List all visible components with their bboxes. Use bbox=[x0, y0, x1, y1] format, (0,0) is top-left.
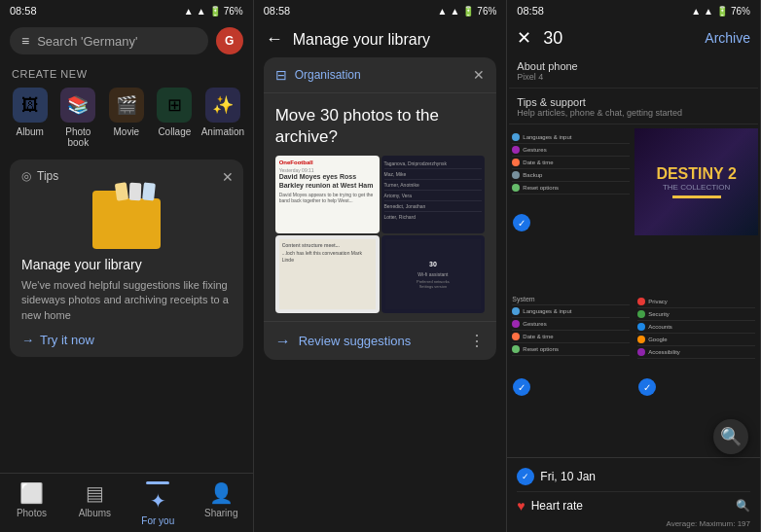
meeting-thumb-title: Content structure meet... bbox=[282, 242, 373, 248]
modal-close-button[interactable]: ✕ bbox=[473, 67, 485, 83]
about-phone-sub: Pixel 4 bbox=[517, 72, 750, 82]
nav-photos[interactable]: ⬜ Photos bbox=[0, 474, 63, 532]
mini-row-4: Backup bbox=[512, 169, 630, 182]
close-button-3[interactable]: ✕ bbox=[517, 27, 531, 49]
search-bar[interactable]: ≡ Search 'Germany' bbox=[10, 27, 208, 54]
mini-row-p5: Accessibility bbox=[637, 346, 755, 359]
create-album[interactable]: 🖼 Album bbox=[9, 88, 52, 148]
collage-label: Collage bbox=[158, 126, 191, 137]
search-icon-3[interactable]: 🔍 bbox=[736, 499, 750, 513]
status-icons-2: ▲ ▲ 🔋 76% bbox=[438, 6, 497, 17]
mini-row-p1: Privacy bbox=[637, 296, 755, 308]
archive-button[interactable]: Archive bbox=[705, 30, 750, 46]
nav-for-you[interactable]: ✦ For you bbox=[127, 474, 190, 532]
fab-icon: 🔍 bbox=[720, 426, 742, 447]
nav-albums[interactable]: ▤ Albums bbox=[63, 474, 127, 532]
battery-pct-2: 76% bbox=[477, 6, 496, 17]
create-movie[interactable]: 🎬 Movie bbox=[105, 88, 148, 148]
photo-thumb-settings: Taganova, Dniprodzerzhynsk Maz, Mike Tur… bbox=[381, 156, 486, 233]
news-logo: OneFootball bbox=[279, 160, 376, 165]
photos-nav-icon: ⬜ bbox=[19, 481, 44, 505]
archive-thumb-1[interactable]: Languages & input Gestures Date & time B… bbox=[509, 128, 633, 235]
tips-title: Tips bbox=[37, 169, 58, 183]
albums-nav-label: Albums bbox=[79, 508, 111, 518]
archive-thumb-destiny[interactable]: DESTINY 2 THE COLLECTION bbox=[634, 128, 758, 235]
topbar-1: ≡ Search 'Germany' G bbox=[0, 21, 253, 60]
create-photobook[interactable]: 📚 Photo book bbox=[56, 88, 99, 148]
tips-card-body: We've moved helpful suggestions like fix… bbox=[21, 278, 232, 323]
destiny-bar bbox=[672, 195, 721, 198]
mini-row-p4: Google bbox=[637, 334, 755, 346]
archive-thumb-4[interactable]: Privacy Security Accounts Google Accessi… bbox=[634, 293, 758, 400]
for-you-nav-icon: ✦ bbox=[150, 489, 166, 513]
photos-nav-label: Photos bbox=[17, 508, 47, 518]
search-input-label[interactable]: Search 'Germany' bbox=[37, 34, 197, 49]
tips-support-item[interactable]: Tips & support Help articles, phone & ch… bbox=[509, 90, 758, 124]
create-new-row: 🖼 Album 📚 Photo book 🎬 Movie ⊞ Collage ✨… bbox=[0, 84, 253, 152]
panel-google-photos: 08:58 ▲ ▲ 🔋 76% ≡ Search 'Germany' G CRE… bbox=[0, 0, 254, 532]
tips-support-title: Tips & support bbox=[517, 96, 750, 108]
status-time-2: 08:58 bbox=[264, 5, 291, 17]
album-icon: 🖼 bbox=[13, 88, 48, 123]
about-phone-item[interactable]: About phone Pixel 4 bbox=[509, 54, 758, 89]
create-collage[interactable]: ⊞ Collage bbox=[153, 88, 196, 148]
avatar[interactable]: G bbox=[216, 27, 243, 54]
suggestion-label: Review suggestions bbox=[299, 334, 462, 348]
try-it-button[interactable]: → Try it now bbox=[21, 333, 232, 347]
status-icons-3: ▲ ▲ 🔋 76% bbox=[691, 6, 750, 17]
collage-icon: ⊞ bbox=[157, 88, 192, 123]
destiny-title: DESTINY 2 bbox=[656, 165, 736, 183]
animation-icon: ✨ bbox=[205, 88, 240, 123]
archive-grid: Languages & input Gestures Date & time B… bbox=[507, 126, 760, 457]
tips-location-icon: ◎ bbox=[21, 169, 31, 183]
suggestion-arrow-icon: → bbox=[275, 333, 291, 350]
tips-close-button[interactable]: ✕ bbox=[222, 169, 234, 185]
movie-icon: 🎬 bbox=[109, 88, 144, 123]
about-phone-title: About phone bbox=[517, 60, 750, 72]
status-time-1: 08:58 bbox=[10, 5, 37, 17]
more-options-icon[interactable]: ⋮ bbox=[469, 332, 485, 350]
fab-button[interactable]: 🔍 bbox=[713, 419, 748, 454]
news-title: David Moyes eyes Ross Barkley reunion at… bbox=[279, 173, 376, 190]
tips-card-title: Manage your library bbox=[21, 257, 232, 272]
photobook-label: Photo book bbox=[56, 126, 99, 148]
create-animation[interactable]: ✨ Animation bbox=[201, 88, 244, 148]
create-new-label: CREATE NEW bbox=[0, 60, 253, 84]
signal-icon-3: ▲ bbox=[691, 6, 701, 17]
status-bar-1: 08:58 ▲ ▲ 🔋 76% bbox=[0, 0, 253, 21]
modal-archive-card: ⊟ Organisation ✕ Move 30 photos to the a… bbox=[264, 57, 497, 360]
battery-icon-1: 🔋 bbox=[209, 6, 221, 17]
nav-sharing[interactable]: 👤 Sharing bbox=[190, 474, 253, 532]
battery-pct-3: 76% bbox=[731, 6, 750, 17]
date-row: ✓ Fri, 10 Jan bbox=[517, 462, 750, 492]
wifi-sub: Preferred networksSettings version bbox=[388, 279, 479, 289]
photobook-icon: 📚 bbox=[60, 88, 95, 123]
mini-row-s2: Gestures bbox=[512, 318, 630, 331]
sharing-nav-label: Sharing bbox=[204, 508, 237, 518]
mini-row-p3: Accounts bbox=[637, 321, 755, 334]
animation-label: Animation bbox=[201, 126, 244, 137]
heart-rate-row[interactable]: ♥ Heart rate 🔍 bbox=[517, 492, 750, 519]
tips-header: ◎ Tips bbox=[21, 169, 232, 183]
bottom-nav: ⬜ Photos ▤ Albums ✦ For you 👤 Sharing bbox=[0, 473, 253, 532]
destiny-content: DESTINY 2 THE COLLECTION bbox=[634, 128, 758, 235]
destiny-subtitle: THE COLLECTION bbox=[663, 183, 730, 192]
organisation-label: Organisation bbox=[295, 68, 466, 82]
archive-thumb-3[interactable]: System Languages & input Gestures Date &… bbox=[509, 293, 633, 400]
back-button[interactable]: ← bbox=[266, 29, 283, 50]
topbar-2: ← Manage your library bbox=[254, 21, 507, 57]
suggestion-row[interactable]: → Review suggestions ⋮ bbox=[264, 321, 497, 360]
status-icons-1: ▲ ▲ 🔋 76% bbox=[184, 6, 243, 17]
archive-bottom: ✓ Fri, 10 Jan ♥ Heart rate 🔍 Average: Ma… bbox=[507, 457, 760, 532]
for-you-nav-label: For you bbox=[141, 515, 174, 526]
wifi-icon-1: ▲ bbox=[197, 6, 206, 17]
heart-rate-label: Heart rate bbox=[531, 499, 730, 513]
mini-row-s4: Reset options bbox=[512, 343, 630, 356]
mini-row-5: Reset options bbox=[512, 182, 630, 195]
battery-icon-3: 🔋 bbox=[716, 6, 728, 17]
date-check: ✓ bbox=[517, 468, 534, 485]
hamburger-icon[interactable]: ≡ bbox=[21, 33, 29, 49]
try-it-label: Try it now bbox=[40, 333, 94, 347]
meeting-thumb-body: ...loch has left this conversation Mark … bbox=[282, 250, 373, 264]
albums-nav-icon: ▤ bbox=[86, 481, 104, 505]
